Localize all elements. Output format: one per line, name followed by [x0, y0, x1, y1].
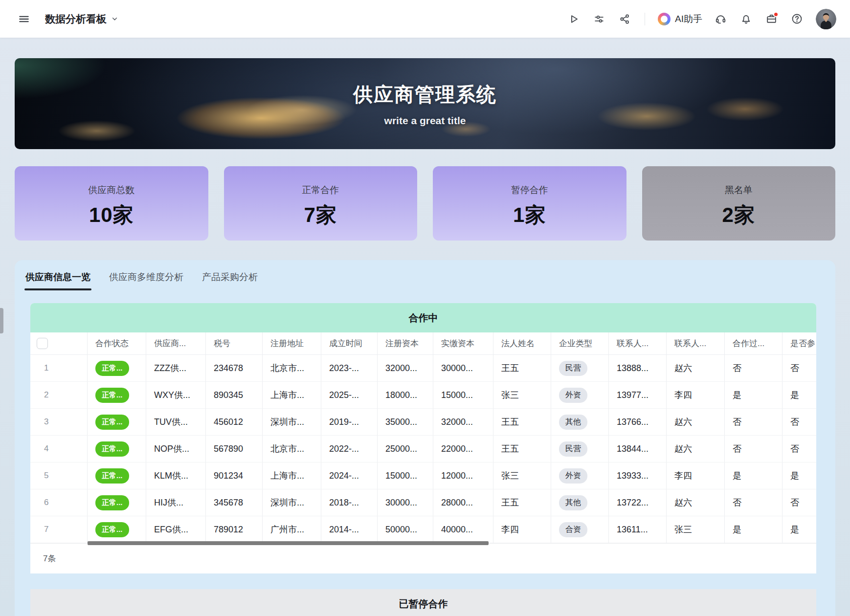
tab-supplier-multidimensional-analysis[interactable]: 供应商多维度分析	[109, 271, 183, 290]
dashboard-title-dropdown[interactable]: 数据分析看板	[45, 12, 119, 26]
table-cell: 王五	[493, 436, 551, 462]
table-cell: 2022-...	[321, 436, 378, 462]
column-header-company-type[interactable]: 企业类型	[551, 332, 609, 354]
table-cell: 2018-...	[321, 489, 378, 516]
help-button[interactable]	[787, 10, 806, 28]
table-cell: 15000...	[433, 382, 493, 408]
table-cell: 否	[725, 355, 783, 381]
table-cell: ZZZ供...	[146, 355, 206, 381]
notifications-button[interactable]	[737, 10, 755, 28]
table-cell: 32000...	[433, 409, 493, 435]
ai-assistant-label: AI助手	[675, 13, 702, 25]
status-badge: 正常...	[95, 415, 129, 430]
table-cell: 13722...	[609, 489, 667, 516]
paused-cooperation-title: 已暂停合作	[30, 589, 816, 616]
table-cell: 否	[783, 409, 816, 435]
table-cell: 张三	[667, 516, 725, 543]
table-cell: 赵六	[667, 489, 725, 516]
table-cell: KLM供...	[146, 462, 206, 489]
page-vertical-scrollbar[interactable]	[0, 308, 3, 333]
table-cell: 赵六	[667, 436, 725, 462]
table-row[interactable]: 5正常...KLM供...901234上海市...2024-...15000..…	[30, 462, 816, 489]
table-group-title: 合作中	[30, 303, 816, 332]
column-header-founded-date[interactable]: 成立时间	[321, 332, 378, 354]
column-header-supplier[interactable]: 供应商...	[146, 332, 206, 354]
table-cell: 25000...	[378, 436, 433, 462]
ai-assistant-button[interactable]: AI助手	[656, 13, 704, 25]
column-header-participated[interactable]: 是否参	[783, 332, 816, 354]
table-cell: 正常...	[88, 409, 146, 435]
table-row[interactable]: 6正常...HIJ供...345678深圳市...2018-...30000..…	[30, 489, 816, 516]
column-header-cooperated[interactable]: 合作过...	[725, 332, 783, 354]
table-cell: 否	[725, 489, 783, 516]
tab-bar: 供应商信息一览 供应商多维度分析 产品采购分析	[15, 270, 835, 290]
avatar-image	[816, 9, 836, 29]
select-all-cell	[30, 332, 88, 354]
hamburger-menu-button[interactable]	[15, 10, 33, 28]
table-cell: 正常...	[88, 462, 146, 489]
column-header-registered-capital[interactable]: 注册资本	[378, 332, 433, 354]
table-cell: 13844...	[609, 436, 667, 462]
column-header-legal-person[interactable]: 法人姓名	[493, 332, 551, 354]
workspace-button[interactable]	[762, 10, 781, 28]
select-all-checkbox[interactable]	[37, 338, 48, 349]
tab-product-procurement-analysis[interactable]: 产品采购分析	[202, 271, 258, 290]
table-row[interactable]: 3正常...TUV供...456012深圳市...2019-...35000..…	[30, 409, 816, 436]
table-cell: 否	[783, 436, 816, 462]
column-header-contact-phone[interactable]: 联系人...	[609, 332, 667, 354]
row-count-label: 7条	[43, 553, 56, 564]
column-header-status[interactable]: 合作状态	[88, 332, 146, 354]
table-cell: 王五	[493, 489, 551, 516]
column-header-contact-name[interactable]: 联系人...	[667, 332, 725, 354]
table-cell: 789012	[206, 516, 263, 543]
table-cell: HIJ供...	[146, 489, 206, 516]
stat-card-normal-cooperation[interactable]: 正常合作 7家	[224, 166, 418, 241]
main-content: 供应商管理系统 write a great title 供应商总数 10家 正常…	[0, 38, 850, 616]
play-button[interactable]	[564, 10, 583, 28]
status-badge: 正常...	[95, 495, 129, 510]
table-cell: 李四	[493, 516, 551, 543]
chevron-down-icon	[111, 15, 119, 23]
table-cell: 13611...	[609, 516, 667, 543]
company-type-badge: 外资	[559, 468, 587, 484]
avatar[interactable]	[816, 9, 836, 29]
notification-badge	[773, 12, 779, 17]
stat-card-total-suppliers[interactable]: 供应商总数 10家	[15, 166, 208, 241]
table-cell: NOP供...	[146, 436, 206, 462]
table-cell: 赵六	[667, 355, 725, 381]
row-number: 5	[30, 462, 88, 489]
status-badge: 正常...	[95, 388, 129, 403]
column-header-paidin-capital[interactable]: 实缴资本	[433, 332, 493, 354]
company-type-badge: 外资	[559, 388, 587, 403]
table-cell: 2025-...	[321, 382, 378, 408]
bell-icon	[740, 13, 752, 25]
table-row[interactable]: 7正常...EFG供...789012广州市...2014-...50000..…	[30, 516, 816, 543]
table-cell: 32000...	[378, 355, 433, 381]
table-cell: 30000...	[378, 489, 433, 516]
table-cell: 民营	[551, 355, 609, 381]
stat-card-blacklist[interactable]: 黑名单 2家	[642, 166, 836, 241]
share-button[interactable]	[615, 10, 634, 28]
horizontal-scrollbar[interactable]	[88, 541, 489, 545]
tab-supplier-info-overview[interactable]: 供应商信息一览	[25, 271, 90, 290]
settings-button[interactable]	[590, 10, 608, 28]
table-cell: 901234	[206, 462, 263, 489]
column-header-tax-id[interactable]: 税号	[206, 332, 263, 354]
company-type-badge: 其他	[559, 415, 587, 430]
stat-cards-row: 供应商总数 10家 正常合作 7家 暂停合作 1家 黑名单 2家	[15, 166, 835, 241]
status-badge: 正常...	[95, 361, 129, 376]
row-number: 4	[30, 436, 88, 462]
table-cell: 否	[783, 489, 816, 516]
table-cell: 正常...	[88, 489, 146, 516]
table-cell: 其他	[551, 489, 609, 516]
table-row[interactable]: 2正常...WXY供...890345上海市...2025-...18000..…	[30, 382, 816, 409]
table-row[interactable]: 4正常...NOP供...567890北京市...2022-...25000..…	[30, 436, 816, 462]
stat-card-paused-cooperation[interactable]: 暂停合作 1家	[433, 166, 626, 241]
column-header-registered-address[interactable]: 注册地址	[263, 332, 321, 354]
table-cell: 18000...	[378, 382, 433, 408]
table-row[interactable]: 1正常...ZZZ供...234678北京市...2023-...32000..…	[30, 355, 816, 382]
table-cell: 王五	[493, 409, 551, 435]
ai-assistant-icon	[658, 13, 671, 25]
page-title: 数据分析看板	[45, 12, 107, 26]
support-button[interactable]	[711, 10, 730, 28]
